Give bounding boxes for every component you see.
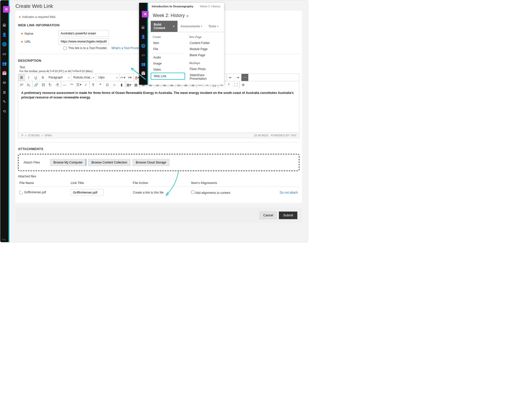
menu-item-audio[interactable]: Audio	[151, 54, 185, 60]
add-content-button[interactable]: ⊕	[240, 81, 247, 88]
spellcheck-button[interactable]: ✓	[82, 81, 90, 88]
left-nav-rail: 🏛 👤 🌐 ▭ 👥 📅 ✉ 🗎 ✎ ⟲	[0, 0, 8, 242]
messages-icon[interactable]: ✉	[3, 80, 6, 85]
name-input[interactable]	[58, 30, 109, 37]
url-label: ★URL	[20, 40, 58, 44]
rte-body[interactable]: A preliminary resource assessment is mad…	[18, 88, 299, 133]
font-size-select[interactable]: 14px	[96, 74, 119, 81]
col-action: File Action	[132, 180, 190, 187]
attach-dropzone[interactable]: Attach Files Browse My Computer Browse C…	[18, 154, 299, 171]
groups-icon[interactable]: 👥	[141, 62, 145, 66]
menu-item-file[interactable]: File	[151, 46, 185, 52]
privacy-link[interactable]: Priv	[2, 238, 6, 241]
close-panel-button[interactable]: ✕	[3, 6, 10, 13]
tool-provider-help-link[interactable]: What's a Tool Provider?	[112, 46, 143, 50]
popup-heading: Week 2: History◉	[148, 10, 224, 19]
menu-item-item[interactable]: Item	[151, 40, 185, 46]
bold-button[interactable]: B	[18, 74, 25, 81]
submit-button[interactable]: Submit	[279, 212, 297, 219]
menu-item-image[interactable]: Image	[151, 60, 185, 67]
courses-icon[interactable]: ▭	[142, 53, 145, 57]
menu-item-flickr[interactable]: Flickr Photo	[187, 66, 221, 72]
calendar-icon[interactable]: 📅	[141, 71, 145, 75]
unlink-button[interactable]: ⛓	[40, 81, 47, 88]
mashups-heading: Mashups	[187, 60, 221, 66]
signout-icon[interactable]: ⟲	[3, 109, 6, 114]
symbol-button[interactable]: Ω	[104, 81, 111, 88]
visibility-icon[interactable]: ◉	[186, 14, 189, 18]
link-title-input[interactable]	[71, 189, 103, 196]
lang-button[interactable]: 文▾	[75, 81, 82, 88]
more-toolbar-button[interactable]: ⋯	[241, 74, 249, 81]
hr-button[interactable]: —	[61, 81, 68, 88]
url-input[interactable]	[58, 38, 109, 45]
rte-status-right: 33 WORDS POWERED BY TINY	[254, 134, 297, 137]
strike-button[interactable]: S	[39, 74, 47, 81]
attach-files-label: Attach Files	[24, 161, 40, 164]
accessibility-button[interactable]: ⇡	[225, 81, 232, 88]
calendar-icon[interactable]: 📅	[2, 71, 7, 75]
rte-element-path: P » STRONG » SPAN	[21, 134, 53, 137]
tool-provider-checkbox[interactable]	[63, 47, 67, 50]
menu-item-module-page[interactable]: Module Page	[187, 46, 221, 52]
col-alignments: Item's Alignments	[190, 180, 263, 187]
table-delete-button[interactable]: ▦	[132, 81, 140, 88]
globe-icon[interactable]: 🌐	[2, 42, 7, 47]
attached-files-title: Attached files	[18, 175, 299, 178]
file-name: GriffinHemer.pdf	[24, 191, 46, 194]
cancel-button[interactable]: Cancel	[259, 212, 277, 219]
breadcrumb-page[interactable]: Week 2: History	[200, 5, 220, 8]
tools-icon[interactable]: ✎	[3, 99, 6, 104]
fullscreen-button[interactable]: ⛶	[232, 81, 239, 88]
block-format-select[interactable]: Paragraph	[47, 74, 71, 81]
breadcrumb-course[interactable]: Introduction to Oceanography	[152, 5, 193, 8]
menu-item-content-folder[interactable]: Content Folder	[187, 40, 221, 46]
file-icon	[19, 191, 23, 194]
browse-computer-button[interactable]: Browse My Computer	[50, 159, 86, 166]
create-heading: Create	[151, 34, 185, 40]
menu-item-video[interactable]: Video	[151, 67, 185, 73]
grades-icon[interactable]: 🗎	[3, 90, 6, 94]
institution-icon[interactable]: 🏛	[3, 23, 6, 27]
newpage-heading: New Page	[187, 34, 221, 40]
menu-item-slideshare[interactable]: SlideShare Presentation	[187, 72, 221, 82]
institution-icon[interactable]: 🏛	[141, 26, 145, 30]
courses-icon[interactable]: ▭	[3, 52, 6, 56]
font-family-select[interactable]: Roboto,Arial...	[71, 74, 96, 81]
underline-button[interactable]: U	[32, 74, 39, 81]
link-button[interactable]: 🔗	[33, 81, 40, 88]
number-list-button[interactable]: ≡▾	[126, 74, 134, 81]
globe-icon[interactable]: 🌐	[141, 44, 145, 48]
tab-assessments[interactable]: Assessments▾	[178, 21, 205, 32]
add-alignments-checkbox[interactable]	[191, 191, 194, 194]
bullet-list-button[interactable]: ≔▾	[119, 74, 126, 81]
rtl-button[interactable]: ‹¶	[54, 81, 61, 88]
menu-item-blank-page[interactable]: Blank Page	[187, 52, 221, 58]
abbr-button[interactable]: ᴬᴮᶜ	[68, 81, 75, 88]
groups-icon[interactable]: 👥	[2, 61, 7, 66]
ltr-button[interactable]: ¶›	[47, 81, 54, 88]
add-alignments-label: Add alignments to content	[195, 191, 230, 195]
subscript-button[interactable]: X₂	[25, 81, 32, 88]
browse-collection-button[interactable]: Browse Content Collection	[88, 159, 130, 166]
col-linktitle: Link Title	[70, 180, 131, 187]
footer-bar: Cancel Submit	[15, 208, 302, 223]
tab-build-content[interactable]: Build Content▾	[151, 21, 178, 32]
table-button[interactable]: ▦▾	[125, 81, 132, 88]
anchor-button[interactable]: ▮	[118, 81, 125, 88]
browse-cloud-button[interactable]: Browse Cloud Storage	[132, 159, 169, 166]
tab-tools[interactable]: Tools▾	[205, 21, 221, 32]
do-not-attach-link[interactable]: Do not attach	[280, 191, 298, 194]
quote-button[interactable]: ❝	[97, 81, 104, 88]
profile-icon[interactable]: 👤	[141, 35, 145, 39]
table-row: GriffinHemer.pdf Create a link to this f…	[18, 187, 299, 198]
emoji-button[interactable]: ☺	[111, 81, 118, 88]
superscript-button[interactable]: X²	[18, 81, 25, 88]
italic-button[interactable]: I	[25, 74, 32, 81]
outdent-button[interactable]: ⇤	[227, 74, 234, 81]
menu-item-web-link[interactable]: Web Link	[151, 73, 185, 80]
popup-close-button[interactable]: ✕	[142, 11, 148, 17]
profile-icon[interactable]: 👤	[2, 32, 7, 37]
paragraph-button[interactable]: ¶	[90, 81, 97, 88]
indent-button[interactable]: ⇥	[234, 74, 241, 81]
